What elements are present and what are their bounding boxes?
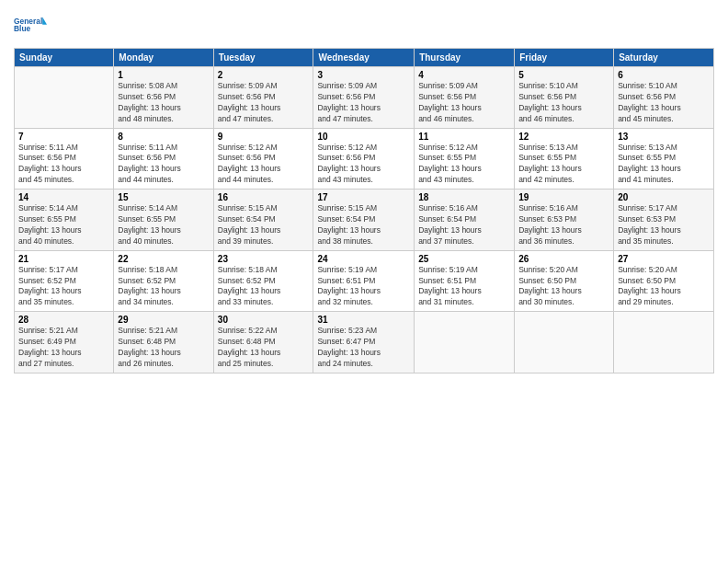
week-row-2: 7Sunrise: 5:11 AM Sunset: 6:56 PM Daylig… xyxy=(15,128,714,190)
calendar-cell: 23Sunrise: 5:18 AM Sunset: 6:52 PM Dayli… xyxy=(213,250,313,312)
day-info: Sunrise: 5:14 AM Sunset: 6:55 PM Dayligh… xyxy=(118,203,209,247)
calendar-cell: 19Sunrise: 5:16 AM Sunset: 6:53 PM Dayli… xyxy=(515,190,614,251)
day-info: Sunrise: 5:09 AM Sunset: 6:56 PM Dayligh… xyxy=(418,81,510,125)
day-info: Sunrise: 5:20 AM Sunset: 6:50 PM Dayligh… xyxy=(618,265,710,309)
day-number: 2 xyxy=(218,70,310,80)
day-info: Sunrise: 5:09 AM Sunset: 6:56 PM Dayligh… xyxy=(317,81,410,125)
day-number: 8 xyxy=(118,132,209,142)
day-info: Sunrise: 5:12 AM Sunset: 6:55 PM Dayligh… xyxy=(418,143,510,187)
day-info: Sunrise: 5:08 AM Sunset: 6:56 PM Dayligh… xyxy=(118,81,209,125)
day-number: 16 xyxy=(218,192,310,202)
day-number: 3 xyxy=(317,70,410,80)
day-number: 27 xyxy=(618,254,710,264)
header: General Blue xyxy=(14,9,714,42)
calendar-cell xyxy=(15,67,114,129)
calendar-cell: 10Sunrise: 5:12 AM Sunset: 6:56 PM Dayli… xyxy=(313,128,415,190)
day-number: 15 xyxy=(118,192,209,202)
weekday-header-wednesday: Wednesday xyxy=(313,49,415,67)
weekday-header-friday: Friday xyxy=(515,49,614,67)
week-row-4: 21Sunrise: 5:17 AM Sunset: 6:52 PM Dayli… xyxy=(15,250,714,312)
day-info: Sunrise: 5:23 AM Sunset: 6:47 PM Dayligh… xyxy=(317,326,410,370)
day-info: Sunrise: 5:19 AM Sunset: 6:51 PM Dayligh… xyxy=(418,265,510,309)
day-info: Sunrise: 5:22 AM Sunset: 6:48 PM Dayligh… xyxy=(218,326,310,370)
day-info: Sunrise: 5:12 AM Sunset: 6:56 PM Dayligh… xyxy=(317,143,410,187)
calendar-cell: 28Sunrise: 5:21 AM Sunset: 6:49 PM Dayli… xyxy=(15,312,114,373)
day-number: 1 xyxy=(118,70,209,80)
day-info: Sunrise: 5:16 AM Sunset: 6:54 PM Dayligh… xyxy=(418,203,510,247)
calendar-cell xyxy=(614,312,714,373)
day-info: Sunrise: 5:21 AM Sunset: 6:49 PM Dayligh… xyxy=(18,326,109,370)
day-number: 12 xyxy=(518,132,609,142)
day-info: Sunrise: 5:17 AM Sunset: 6:53 PM Dayligh… xyxy=(618,203,710,247)
calendar-cell: 6Sunrise: 5:10 AM Sunset: 6:56 PM Daylig… xyxy=(614,67,714,129)
week-row-3: 14Sunrise: 5:14 AM Sunset: 6:55 PM Dayli… xyxy=(15,190,714,251)
day-info: Sunrise: 5:15 AM Sunset: 6:54 PM Dayligh… xyxy=(317,203,410,247)
day-info: Sunrise: 5:12 AM Sunset: 6:56 PM Dayligh… xyxy=(218,143,310,187)
calendar-cell: 17Sunrise: 5:15 AM Sunset: 6:54 PM Dayli… xyxy=(313,190,415,251)
calendar-cell: 22Sunrise: 5:18 AM Sunset: 6:52 PM Dayli… xyxy=(114,250,213,312)
calendar-cell: 9Sunrise: 5:12 AM Sunset: 6:56 PM Daylig… xyxy=(213,128,313,190)
day-number: 11 xyxy=(418,132,510,142)
day-info: Sunrise: 5:19 AM Sunset: 6:51 PM Dayligh… xyxy=(317,265,410,309)
day-number: 21 xyxy=(18,254,109,264)
calendar-cell xyxy=(415,312,515,373)
calendar-cell: 18Sunrise: 5:16 AM Sunset: 6:54 PM Dayli… xyxy=(415,190,515,251)
calendar-cell: 20Sunrise: 5:17 AM Sunset: 6:53 PM Dayli… xyxy=(614,190,714,251)
day-info: Sunrise: 5:13 AM Sunset: 6:55 PM Dayligh… xyxy=(618,143,710,187)
day-info: Sunrise: 5:10 AM Sunset: 6:56 PM Dayligh… xyxy=(518,81,609,125)
day-number: 10 xyxy=(317,132,410,142)
calendar-cell: 21Sunrise: 5:17 AM Sunset: 6:52 PM Dayli… xyxy=(15,250,114,312)
day-info: Sunrise: 5:17 AM Sunset: 6:52 PM Dayligh… xyxy=(18,265,109,309)
day-info: Sunrise: 5:11 AM Sunset: 6:56 PM Dayligh… xyxy=(18,143,109,187)
day-info: Sunrise: 5:13 AM Sunset: 6:55 PM Dayligh… xyxy=(518,143,609,187)
day-number: 26 xyxy=(518,254,609,264)
day-number: 20 xyxy=(618,192,710,202)
calendar-cell: 11Sunrise: 5:12 AM Sunset: 6:55 PM Dayli… xyxy=(415,128,515,190)
weekday-header-row: SundayMondayTuesdayWednesdayThursdayFrid… xyxy=(15,49,714,67)
calendar-cell: 12Sunrise: 5:13 AM Sunset: 6:55 PM Dayli… xyxy=(515,128,614,190)
day-number: 4 xyxy=(418,70,510,80)
calendar-cell: 25Sunrise: 5:19 AM Sunset: 6:51 PM Dayli… xyxy=(415,250,515,312)
day-number: 23 xyxy=(218,254,310,264)
logo-svg: General Blue xyxy=(14,9,47,42)
calendar-cell: 14Sunrise: 5:14 AM Sunset: 6:55 PM Dayli… xyxy=(15,190,114,251)
day-number: 5 xyxy=(518,70,609,80)
calendar-cell xyxy=(515,312,614,373)
day-number: 7 xyxy=(18,132,109,142)
day-number: 14 xyxy=(18,192,109,202)
weekday-header-sunday: Sunday xyxy=(15,49,114,67)
calendar-cell: 2Sunrise: 5:09 AM Sunset: 6:56 PM Daylig… xyxy=(213,67,313,129)
day-info: Sunrise: 5:20 AM Sunset: 6:50 PM Dayligh… xyxy=(518,265,609,309)
calendar-cell: 13Sunrise: 5:13 AM Sunset: 6:55 PM Dayli… xyxy=(614,128,714,190)
day-info: Sunrise: 5:18 AM Sunset: 6:52 PM Dayligh… xyxy=(118,265,209,309)
day-info: Sunrise: 5:18 AM Sunset: 6:52 PM Dayligh… xyxy=(218,265,310,309)
day-info: Sunrise: 5:09 AM Sunset: 6:56 PM Dayligh… xyxy=(218,81,310,125)
day-info: Sunrise: 5:14 AM Sunset: 6:55 PM Dayligh… xyxy=(18,203,109,247)
calendar-cell: 3Sunrise: 5:09 AM Sunset: 6:56 PM Daylig… xyxy=(313,67,415,129)
weekday-header-monday: Monday xyxy=(114,49,213,67)
calendar-cell: 31Sunrise: 5:23 AM Sunset: 6:47 PM Dayli… xyxy=(313,312,415,373)
weekday-header-thursday: Thursday xyxy=(415,49,515,67)
weekday-header-tuesday: Tuesday xyxy=(213,49,313,67)
day-info: Sunrise: 5:10 AM Sunset: 6:56 PM Dayligh… xyxy=(618,81,710,125)
week-row-5: 28Sunrise: 5:21 AM Sunset: 6:49 PM Dayli… xyxy=(15,312,714,373)
day-number: 30 xyxy=(218,315,310,325)
calendar-page: General Blue SundayMondayTuesdayWednesda… xyxy=(0,0,728,563)
day-number: 19 xyxy=(518,192,609,202)
calendar-cell: 8Sunrise: 5:11 AM Sunset: 6:56 PM Daylig… xyxy=(114,128,213,190)
day-number: 17 xyxy=(317,192,410,202)
calendar-cell: 26Sunrise: 5:20 AM Sunset: 6:50 PM Dayli… xyxy=(515,250,614,312)
calendar-cell: 27Sunrise: 5:20 AM Sunset: 6:50 PM Dayli… xyxy=(614,250,714,312)
svg-marker-2 xyxy=(42,17,47,24)
day-number: 6 xyxy=(618,70,710,80)
day-number: 18 xyxy=(418,192,510,202)
calendar-cell: 16Sunrise: 5:15 AM Sunset: 6:54 PM Dayli… xyxy=(213,190,313,251)
day-number: 28 xyxy=(18,315,109,325)
day-info: Sunrise: 5:11 AM Sunset: 6:56 PM Dayligh… xyxy=(118,143,209,187)
calendar-cell: 4Sunrise: 5:09 AM Sunset: 6:56 PM Daylig… xyxy=(415,67,515,129)
svg-text:Blue: Blue xyxy=(14,24,31,33)
calendar-table: SundayMondayTuesdayWednesdayThursdayFrid… xyxy=(14,48,714,373)
day-number: 24 xyxy=(317,254,410,264)
calendar-cell: 24Sunrise: 5:19 AM Sunset: 6:51 PM Dayli… xyxy=(313,250,415,312)
calendar-cell: 29Sunrise: 5:21 AM Sunset: 6:48 PM Dayli… xyxy=(114,312,213,373)
